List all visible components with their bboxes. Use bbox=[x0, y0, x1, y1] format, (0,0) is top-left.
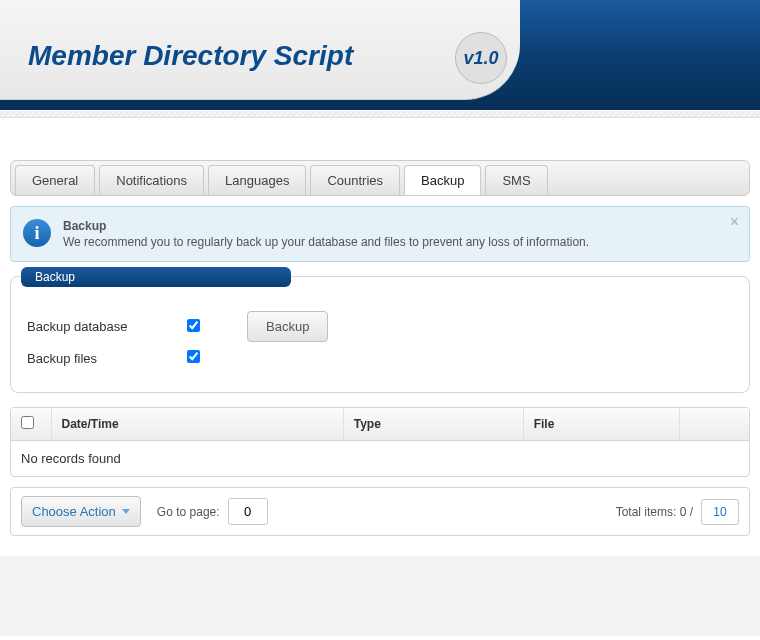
goto-page-input[interactable] bbox=[228, 498, 268, 525]
tab-sms[interactable]: SMS bbox=[485, 165, 547, 195]
backup-files-label: Backup files bbox=[27, 351, 187, 366]
app-header: Member Directory Script v1.0 bbox=[0, 0, 760, 110]
table-header-file[interactable]: File bbox=[523, 408, 679, 441]
notice-body: We recommend you to regularly back up yo… bbox=[63, 235, 589, 249]
header-divider bbox=[0, 110, 760, 118]
backup-panel: Backup Backup database Backup Backup fil… bbox=[10, 276, 750, 393]
table-header-select bbox=[11, 408, 51, 441]
notice-title: Backup bbox=[63, 219, 589, 233]
tab-notifications[interactable]: Notifications bbox=[99, 165, 204, 195]
goto-page-label: Go to page: bbox=[157, 505, 220, 519]
close-icon[interactable]: × bbox=[730, 213, 739, 231]
page-size-selector[interactable]: 10 bbox=[701, 499, 739, 525]
tab-countries[interactable]: Countries bbox=[310, 165, 400, 195]
info-notice: i Backup We recommend you to regularly b… bbox=[10, 206, 750, 262]
app-title: Member Directory Script bbox=[28, 40, 353, 72]
table-header-actions bbox=[679, 408, 749, 441]
tab-general[interactable]: General bbox=[15, 165, 95, 195]
page-footer-bg bbox=[0, 556, 760, 636]
backup-files-checkbox[interactable] bbox=[187, 350, 200, 363]
app-version-badge: v1.0 bbox=[455, 32, 507, 84]
table-footer: Choose Action Go to page: Total items: 0… bbox=[10, 487, 750, 536]
table-header-datetime[interactable]: Date/Time bbox=[51, 408, 343, 441]
panel-legend: Backup bbox=[21, 267, 291, 287]
total-items-label: Total items: 0 / bbox=[616, 505, 693, 519]
select-all-checkbox[interactable] bbox=[21, 416, 34, 429]
choose-action-label: Choose Action bbox=[32, 504, 116, 519]
table-empty-message: No records found bbox=[11, 441, 749, 477]
backup-table: Date/Time Type File No records found bbox=[10, 407, 750, 477]
table-header-type[interactable]: Type bbox=[343, 408, 523, 441]
tab-languages[interactable]: Languages bbox=[208, 165, 306, 195]
tab-backup[interactable]: Backup bbox=[404, 165, 481, 195]
backup-button[interactable]: Backup bbox=[247, 311, 328, 342]
settings-tabs: General Notifications Languages Countrie… bbox=[10, 160, 750, 196]
backup-database-checkbox[interactable] bbox=[187, 319, 200, 332]
info-icon: i bbox=[23, 219, 51, 247]
choose-action-button[interactable]: Choose Action bbox=[21, 496, 141, 527]
backup-database-label: Backup database bbox=[27, 319, 187, 334]
